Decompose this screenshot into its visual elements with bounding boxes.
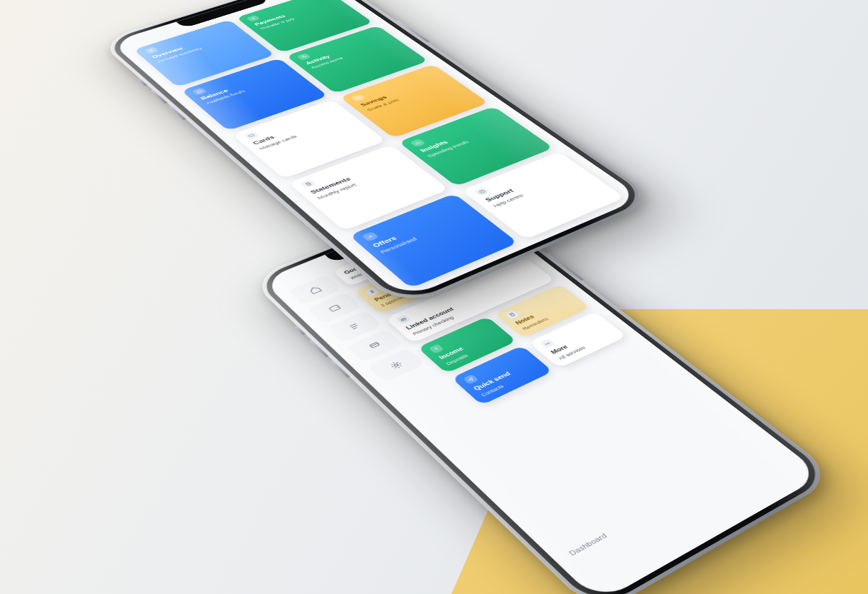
volume-down: [168, 106, 187, 121]
svg-point-5: [394, 363, 399, 366]
tab-history[interactable]: [762, 541, 814, 578]
svg-point-10: [548, 343, 550, 343]
home-icon: [306, 284, 324, 296]
tile-sub: Available funds: [205, 74, 293, 105]
tile-title: Insights: [418, 119, 506, 153]
svg-rect-3: [329, 305, 340, 311]
tile-title: Support: [484, 165, 574, 203]
phone-mockup-back: Overview Account summary Payments Transf…: [98, 0, 658, 309]
tile-sub: Personalised: [379, 214, 475, 255]
tile-statements[interactable]: Statements Monthly report: [288, 144, 449, 231]
tile-title: Statements: [308, 158, 402, 196]
svg-rect-7: [400, 318, 406, 321]
mute-switch: [137, 79, 148, 86]
svg-rect-1: [248, 134, 254, 137]
tab-profile[interactable]: [812, 512, 823, 547]
tile-sub: Contacts: [480, 367, 542, 398]
svg-point-9: [547, 343, 548, 344]
tile-sub: Manage cards: [258, 116, 349, 151]
svg-point-12: [779, 553, 796, 565]
clock-icon: [774, 550, 800, 569]
wallet-icon: [325, 302, 344, 313]
tile-title: Cards: [251, 111, 343, 146]
tile-title: Payments: [253, 0, 335, 26]
list-icon: [345, 321, 364, 333]
tile-title: Quick send: [472, 360, 535, 392]
svg-point-2: [479, 190, 486, 194]
scene-3d-mockup: Overview Account summary Payments Transf…: [0, 0, 868, 594]
svg-point-8: [545, 344, 547, 345]
tile-sub: Spending trends: [426, 124, 513, 158]
tab-chat[interactable]: [708, 572, 761, 594]
tile-sub: Account summary: [156, 34, 242, 64]
bubble-icon: [722, 581, 748, 594]
mute-switch: [295, 326, 306, 336]
tile-sub: Help centre: [492, 171, 580, 208]
tile-title: Overview: [151, 30, 237, 59]
tile-sub: Monthly report: [316, 163, 408, 201]
tile-title: Offers: [371, 208, 468, 249]
volume-up: [150, 89, 168, 104]
svg-point-0: [196, 90, 202, 93]
cards-icon: [365, 339, 385, 351]
